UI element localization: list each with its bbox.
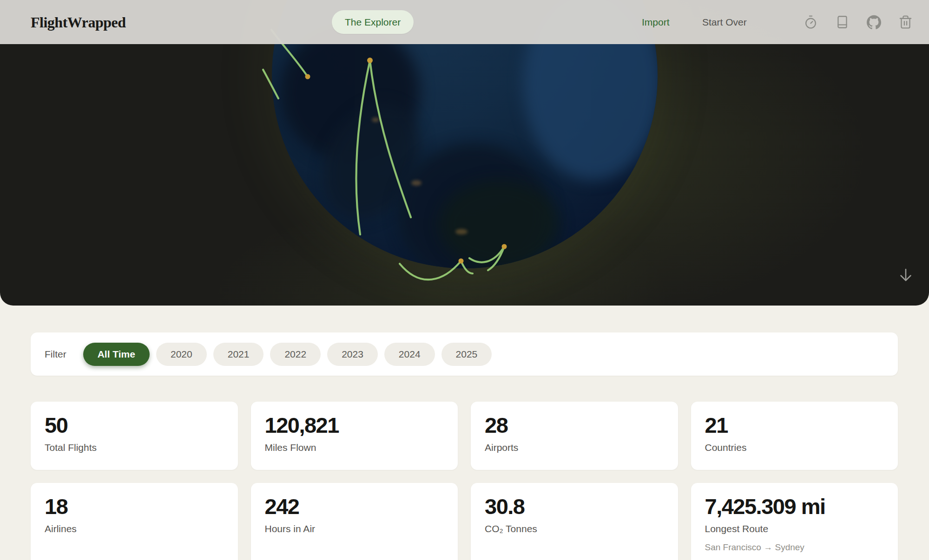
stat-value: 50 — [45, 414, 224, 436]
arrow-down-icon[interactable] — [897, 267, 914, 283]
stat-card-airlines: 18 Airlines — [31, 483, 238, 560]
filter-pill-2020[interactable]: 2020 — [156, 343, 207, 366]
stat-card-miles-flown: 120,821 Miles Flown — [251, 402, 458, 470]
airport-dot — [502, 244, 507, 249]
stat-card-total-flights: 50 Total Flights — [31, 402, 238, 470]
timer-icon[interactable] — [804, 15, 818, 29]
header-icon-group — [804, 0, 913, 44]
stat-label: Miles Flown — [265, 442, 444, 453]
stat-value: 7,425.309 mi — [705, 495, 884, 518]
stat-value: 28 — [485, 414, 664, 436]
stat-value: 242 — [265, 495, 444, 518]
stat-card-longest-route: 7,425.309 mi Longest Route San Francisco… — [691, 483, 898, 560]
trash-icon[interactable] — [898, 15, 913, 29]
stat-value: 21 — [705, 414, 884, 436]
stat-label: Longest Route — [705, 523, 884, 534]
filter-pill-2023[interactable]: 2023 — [327, 343, 378, 366]
filter-pill-2021[interactable]: 2021 — [213, 343, 264, 366]
stat-sublabel: San Francisco → Sydney — [705, 542, 884, 553]
airport-dot — [459, 259, 464, 264]
stat-value: 120,821 — [265, 414, 444, 436]
filter-label: Filter — [45, 349, 66, 360]
filter-pill-all-time[interactable]: All Time — [83, 343, 150, 366]
filter-pill-2024[interactable]: 2024 — [384, 343, 435, 366]
filter-pill-2025[interactable]: 2025 — [441, 343, 492, 366]
stats-grid: 50 Total Flights 120,821 Miles Flown 28 … — [31, 402, 898, 560]
stat-label: Airports — [485, 442, 664, 453]
start-over-button[interactable]: Start Over — [702, 0, 747, 44]
route-arc — [356, 60, 370, 234]
stat-card-hours-in-air: 242 Hours in Air — [251, 483, 458, 560]
filter-pill-2022[interactable]: 2022 — [270, 343, 321, 366]
airport-dot — [367, 58, 373, 63]
github-icon[interactable] — [867, 15, 881, 29]
stat-value: 30.8 — [485, 495, 664, 518]
stat-label: Airlines — [45, 523, 224, 534]
hero-globe-section — [0, 0, 929, 306]
stat-card-countries: 21 Countries — [691, 402, 898, 470]
book-icon[interactable] — [835, 15, 850, 29]
stat-card-airports: 28 Airports — [471, 402, 678, 470]
route-arc — [461, 261, 473, 273]
flight-routes-overlay — [0, 0, 929, 306]
top-bar: FlightWrapped The Explorer Import Start … — [0, 0, 929, 44]
filter-bar: Filter All Time 2020 2021 2022 2023 2024… — [31, 332, 898, 376]
active-view-pill[interactable]: The Explorer — [332, 10, 414, 34]
route-arc — [488, 247, 504, 270]
stat-label: Total Flights — [45, 442, 224, 453]
stat-card-co2-tonnes: 30.8 CO₂ Tonnes — [471, 483, 678, 560]
stat-label: Hours in Air — [265, 523, 444, 534]
stat-value: 18 — [45, 495, 224, 518]
import-button[interactable]: Import — [642, 0, 670, 44]
route-arc — [370, 60, 411, 217]
airport-dot — [305, 74, 310, 79]
route-arc — [263, 70, 278, 98]
app-logo: FlightWrapped — [31, 13, 126, 31]
stat-label: Countries — [705, 442, 884, 453]
route-arc — [400, 261, 461, 280]
stat-label: CO₂ Tonnes — [485, 523, 664, 534]
